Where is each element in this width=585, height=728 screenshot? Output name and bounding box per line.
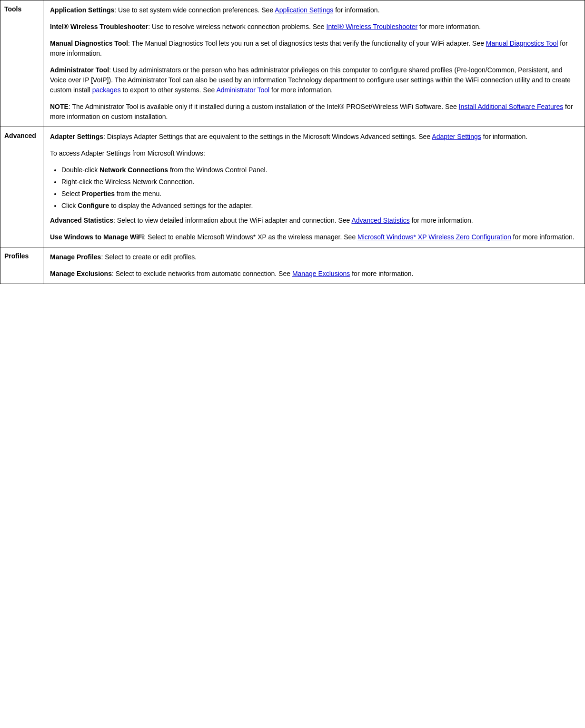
profiles-category: Profiles (0, 247, 43, 284)
advanced-statistics-term: Advanced Statistics (50, 216, 113, 224)
windows-xp-link[interactable]: Microsoft Windows* XP Wireless Zero Conf… (357, 233, 511, 241)
app-settings-link[interactable]: Application Settings (275, 6, 333, 14)
advanced-row: Advanced Adapter Settings: Displays Adap… (0, 127, 585, 247)
advanced-category: Advanced (0, 127, 43, 247)
manual-diagnostics-para: Manual Diagnostics Tool: The Manual Diag… (50, 39, 578, 59)
note-term: NOTE (50, 103, 69, 110)
administrator-tool-term: Administrator Tool (50, 66, 109, 74)
adapter-settings-para: Adapter Settings: Displays Adapter Setti… (50, 132, 578, 142)
manual-diagnostics-link[interactable]: Manual Diagnostics Tool (486, 39, 558, 47)
manage-exclusions-term: Manage Exclusions (50, 270, 112, 277)
network-connections-term: Network Connections (99, 166, 168, 174)
note-para: NOTE: The Administrator Tool is availabl… (50, 102, 578, 122)
advanced-statistics-para: Advanced Statistics: Select to view deta… (50, 216, 578, 226)
adapter-step-4: Click Configure to display the Advanced … (61, 201, 578, 211)
manage-profiles-term: Manage Profiles (50, 253, 101, 261)
wireless-troubleshooter-term: Intel® Wireless Troubleshooter (50, 23, 148, 30)
properties-term: Properties (82, 190, 115, 197)
tools-row: Tools Application Settings: Use to set s… (0, 0, 585, 127)
adapter-step-3: Select Properties from the menu. (61, 189, 578, 199)
advanced-content: Adapter Settings: Displays Adapter Setti… (43, 127, 585, 247)
wireless-troubleshooter-link[interactable]: Intel® Wireless Troubleshooter (327, 23, 418, 30)
profiles-row: Profiles Manage Profiles: Select to crea… (0, 247, 585, 284)
adapter-settings-link[interactable]: Adapter Settings (432, 133, 481, 140)
access-adapter-para: To access Adapter Settings from Microsof… (50, 148, 578, 158)
app-settings-term: Application Settings (50, 6, 114, 14)
manage-profiles-para: Manage Profiles: Select to create or edi… (50, 252, 578, 262)
advanced-statistics-link[interactable]: Advanced Statistics (351, 216, 409, 224)
manage-exclusions-link[interactable]: Manage Exclusions (292, 270, 350, 277)
manage-exclusions-para: Manage Exclusions: Select to exclude net… (50, 269, 578, 279)
adapter-settings-term: Adapter Settings (50, 133, 103, 140)
install-additional-link[interactable]: Install Additional Software Features (459, 103, 563, 110)
adapter-step-1: Double-click Network Connections from th… (61, 165, 578, 175)
tools-category: Tools (0, 0, 43, 127)
profiles-content: Manage Profiles: Select to create or edi… (43, 247, 585, 284)
configure-term: Configure (78, 202, 109, 209)
wireless-troubleshooter-para: Intel® Wireless Troubleshooter: Use to r… (50, 22, 578, 32)
packages-link[interactable]: packages (92, 86, 121, 94)
app-settings-para: Application Settings: Use to set system … (50, 5, 578, 15)
adapter-steps-list: Double-click Network Connections from th… (61, 165, 578, 211)
tools-content: Application Settings: Use to set system … (43, 0, 585, 127)
adapter-step-2: Right-click the Wireless Network Connect… (61, 177, 578, 187)
use-windows-para: Use Windows to Manage WiFi: Select to en… (50, 232, 578, 242)
use-windows-term: Use Windows to Manage WiFi (50, 233, 144, 241)
administrator-tool-para: Administrator Tool: Used by administrato… (50, 65, 578, 95)
administrator-tool-link[interactable]: Administrator Tool (216, 86, 269, 94)
manual-diagnostics-term: Manual Diagnostics Tool (50, 39, 128, 47)
